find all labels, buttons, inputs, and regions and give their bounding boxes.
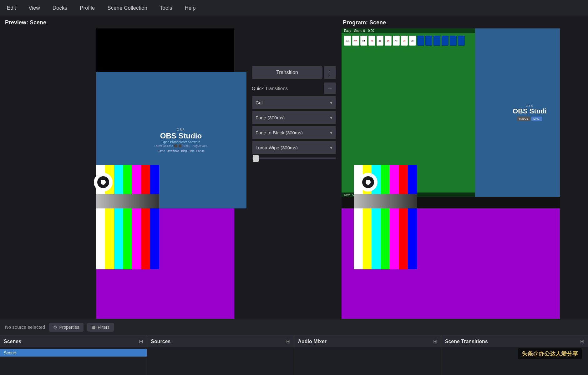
program-panel: Program: Scene Easy Score 0 0:00 A♠ 9♥ 8… bbox=[338, 16, 588, 319]
transition-slider-container bbox=[252, 158, 336, 159]
quick-transitions-label: Quick Transitions bbox=[252, 86, 288, 91]
luma-wipe-chevron-icon: ▾ bbox=[330, 145, 332, 151]
macos-btn-prog[interactable]: macOS bbox=[517, 117, 530, 121]
program-screen: Easy Score 0 0:00 A♠ 9♥ 8♣ 7♦ 6♠ 5♥ 4♣ 3… bbox=[342, 28, 584, 319]
filter-icon: ▦ bbox=[92, 325, 96, 330]
sources-content bbox=[147, 348, 294, 375]
dock-panels: Scenes ⊞ Scene Sources ⊞ Audio Mixer ⊞ bbox=[0, 335, 588, 375]
solitaire-easy: Easy bbox=[344, 29, 351, 32]
sources-header: Sources ⊞ bbox=[147, 335, 294, 348]
luma-wipe-label: Luma Wipe (300ms) bbox=[256, 145, 298, 150]
sol-new[interactable]: New bbox=[344, 193, 350, 196]
fade-label: Fade (300ms) bbox=[256, 115, 285, 120]
menu-tools[interactable]: Tools bbox=[158, 4, 174, 12]
menu-scene-collection[interactable]: Scene Collection bbox=[105, 4, 149, 12]
program-title: Program: Scene bbox=[342, 19, 584, 26]
preview-panel: Preview: Scene OBS OBS Studio Open Broad… bbox=[0, 16, 250, 319]
scene-transitions-panel: Scene Transitions ⊞ bbox=[441, 335, 588, 375]
filters-button[interactable]: ▦ Filters bbox=[87, 323, 114, 332]
transition-options-button[interactable]: ⋮ bbox=[324, 66, 336, 79]
scene-item[interactable]: Scene bbox=[0, 349, 147, 357]
obs-studio-title-preview: OBS Studio bbox=[160, 132, 202, 140]
program-right-margin bbox=[560, 28, 584, 319]
audio-mixer-content bbox=[294, 348, 441, 375]
cut-label: Cut bbox=[256, 100, 263, 105]
grey-gradient-preview bbox=[96, 194, 159, 208]
filters-label: Filters bbox=[98, 325, 109, 330]
menu-docks[interactable]: Docks bbox=[51, 4, 69, 12]
obs-btns-prog: macOS Lim... bbox=[517, 117, 542, 121]
scenes-header: Scenes ⊞ bbox=[0, 335, 147, 348]
fade-to-black-dropdown[interactable]: Fade to Black (300ms) ▾ bbox=[252, 126, 336, 139]
luma-wipe-dropdown[interactable]: Luma Wipe (300ms) ▾ bbox=[252, 141, 336, 154]
scene-transitions-header: Scene Transitions ⊞ bbox=[441, 335, 588, 348]
menu-help[interactable]: Help bbox=[183, 4, 198, 12]
audio-mixer-options-btn[interactable]: ⊞ bbox=[433, 338, 437, 344]
sources-panel: Sources ⊞ bbox=[147, 335, 294, 375]
audio-mixer-title: Audio Mixer bbox=[298, 339, 327, 344]
obs-nav-preview: Home Download Blog Help Forum bbox=[157, 149, 205, 152]
menu-edit[interactable]: Edit bbox=[5, 4, 18, 12]
scenes-title: Scenes bbox=[4, 339, 21, 344]
grey-gradient-program bbox=[354, 194, 417, 208]
scene-transitions-content bbox=[441, 348, 588, 375]
transition-header: Transition ⋮ bbox=[252, 66, 336, 79]
obs-logo-program bbox=[359, 173, 378, 192]
scenes-options-btn[interactable]: ⊞ bbox=[139, 338, 143, 344]
solitaire-score: Score 0 bbox=[354, 29, 365, 32]
linux-btn-prog[interactable]: Lim... bbox=[531, 117, 542, 121]
cut-chevron-icon: ▾ bbox=[330, 100, 332, 106]
scenes-content: Scene bbox=[0, 348, 147, 375]
obs-studio-title-prog: OBS Studi bbox=[513, 107, 547, 115]
sources-title: Sources bbox=[151, 339, 170, 344]
gear-icon: ⚙ bbox=[53, 325, 57, 330]
transition-slider-track bbox=[252, 158, 336, 159]
fade-dropdown[interactable]: Fade (300ms) ▾ bbox=[252, 111, 336, 124]
fade-to-black-label: Fade to Black (300ms) bbox=[256, 130, 303, 135]
scenes-panel: Scenes ⊞ Scene bbox=[0, 335, 147, 375]
properties-button[interactable]: ⚙ Properties bbox=[49, 323, 84, 332]
scene-transitions-title: Scene Transitions bbox=[445, 339, 488, 344]
solitaire-time: 0:00 bbox=[368, 29, 374, 32]
transition-button[interactable]: Transition bbox=[252, 66, 322, 79]
cut-dropdown[interactable]: Cut ▾ bbox=[252, 96, 336, 109]
obs-site-label: OBS bbox=[177, 128, 185, 132]
fade-to-black-chevron-icon: ▾ bbox=[330, 130, 332, 136]
preview-title: Preview: Scene bbox=[4, 19, 246, 26]
audio-mixer-header: Audio Mixer ⊞ bbox=[294, 335, 441, 348]
obs-release-preview: Latest Release ⬛ ⬛ 28.0.0 - August 31st bbox=[155, 144, 208, 148]
add-transition-button[interactable]: + bbox=[324, 82, 336, 94]
transition-panel: Transition ⋮ Quick Transitions + Cut ▾ F… bbox=[250, 16, 338, 319]
dock-toolbar: No source selected ⚙ Properties ▦ Filter… bbox=[0, 319, 588, 335]
preview-screen: OBS OBS Studio Open Broadcaster Software… bbox=[4, 28, 246, 319]
obs-site-label-prog: OBS bbox=[526, 104, 534, 107]
obs-subtitle-preview: Open Broadcaster Software bbox=[162, 140, 200, 144]
menu-view[interactable]: View bbox=[27, 4, 42, 12]
sources-options-btn[interactable]: ⊞ bbox=[286, 338, 290, 344]
fade-chevron-icon: ▾ bbox=[330, 115, 332, 121]
menubar: Edit View Docks Profile Scene Collection… bbox=[0, 0, 588, 16]
scene-transitions-options-btn[interactable]: ⊞ bbox=[580, 338, 584, 344]
audio-mixer-panel: Audio Mixer ⊞ bbox=[294, 335, 441, 375]
quick-transitions-row: Quick Transitions + bbox=[252, 82, 336, 94]
bottom-dock: No source selected ⚙ Properties ▦ Filter… bbox=[0, 319, 588, 375]
main-area: Preview: Scene OBS OBS Studio Open Broad… bbox=[0, 16, 588, 319]
source-status: No source selected bbox=[5, 324, 45, 330]
properties-label: Properties bbox=[59, 325, 79, 330]
transition-slider-thumb[interactable] bbox=[253, 155, 259, 162]
obs-logo-preview bbox=[94, 173, 113, 192]
menu-profile[interactable]: Profile bbox=[78, 4, 97, 12]
